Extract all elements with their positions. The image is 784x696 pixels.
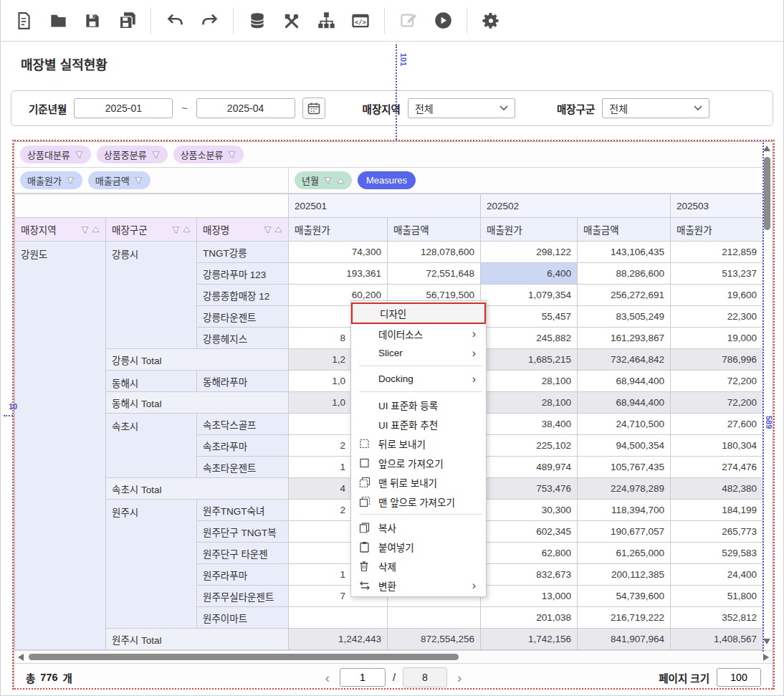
value-cell[interactable]: 200,112,385 [578,564,671,586]
column-group-header[interactable]: 202502 [481,194,671,218]
horizontal-scroll-track[interactable] [27,651,751,663]
value-cell[interactable]: 143,106,435 [578,242,671,263]
horizontal-scrollbar[interactable] [14,650,773,663]
value-cell[interactable]: 352,812 [671,607,763,629]
total-value-cell[interactable]: 872,554,256 [388,629,481,650]
store-cell[interactable]: 원주무실타운젠트 [197,586,289,607]
total-value-cell[interactable]: 1,408,567 [671,629,763,650]
store-cell[interactable]: 속초닥스골프 [197,414,289,435]
value-cell[interactable]: 298,122 [481,242,578,263]
total-value-cell[interactable]: 753,476 [481,478,578,500]
value-cell[interactable]: 265,773 [671,521,763,543]
scroll-up-icon[interactable] [763,146,770,151]
value-cell[interactable]: 88,286,600 [578,263,671,285]
total-value-cell[interactable]: 224,978,289 [578,478,671,500]
save-button[interactable] [76,5,109,37]
column-group-header[interactable]: 202501 [289,194,481,218]
value-cell[interactable]: 212,859 [671,242,763,263]
value-cell[interactable]: 225,102 [481,435,578,457]
settings-button[interactable] [474,5,507,37]
menu-item-datasource[interactable]: 데이터소스› [351,324,486,343]
vertical-scroll-thumb[interactable] [764,157,770,230]
value-cell[interactable]: 28,100 [481,371,578,392]
store-cell[interactable]: 원주라푸마 [197,564,289,586]
store-cell[interactable]: 원주단구 타운젠 [197,543,289,564]
total-row-label[interactable]: 원주시 Total [106,629,289,650]
menu-item-delete[interactable]: 삭제 [351,556,486,576]
store-cell[interactable]: 원주TNGT숙녀 [197,500,289,521]
store-cell[interactable]: 강릉타운젠트 [197,306,289,328]
value-cell[interactable]: 529,583 [671,543,763,564]
value-header[interactable]: 매출금액 [388,218,481,242]
database-button[interactable] [241,5,274,37]
store-cell[interactable]: 속초타운젠트 [197,457,289,478]
menu-item-ui-standard-register[interactable]: UI 표준화 등록 [351,395,486,414]
total-value-cell[interactable]: 1,242,443 [289,629,388,650]
value-cell[interactable]: 61,265,000 [578,543,671,564]
district-cell[interactable]: 속초시 [106,414,197,478]
total-value-cell[interactable]: 786,996 [671,349,763,371]
value-cell[interactable]: 83,505,249 [578,306,671,328]
store-cell[interactable]: 동해라푸마 [197,371,289,392]
vertical-scrollbar[interactable] [763,143,772,647]
run-button[interactable] [426,5,459,37]
total-value-cell[interactable]: 68,944,400 [578,392,671,414]
value-cell[interactable]: 128,078,600 [388,242,481,263]
field-chip[interactable]: 상품중분류 [97,146,168,163]
value-cell[interactable]: 74,300 [289,242,388,263]
value-cell[interactable]: 94,500,354 [578,435,671,457]
value-cell[interactable] [289,607,388,629]
sitemap-button[interactable] [310,5,343,37]
horizontal-scroll-thumb[interactable] [29,654,459,660]
value-cell[interactable]: 27,600 [671,414,763,435]
store-cell[interactable]: 강릉종합매장 12 [197,285,289,306]
value-cell[interactable]: 1,079,354 [481,285,578,306]
menu-item-send-backward[interactable]: 뒤로 보내기 [351,434,486,453]
value-cell[interactable]: 180,304 [671,435,763,457]
total-value-cell[interactable]: 72,200 [671,392,763,414]
row-header[interactable]: 매장지역 [15,218,106,242]
menu-item-ui-standard-recommend[interactable]: UI 표준화 추천 [351,414,486,434]
menu-item-bring-to-front[interactable]: 맨 앞으로 가져오기 [351,492,486,511]
page-size-input[interactable] [717,668,761,687]
value-cell[interactable]: 51,800 [671,586,763,607]
menu-item-bring-forward[interactable]: 앞으로 가져오기 [351,453,486,472]
field-chip[interactable]: 상품대분류 [20,146,91,163]
field-chip[interactable]: 년월 [295,171,352,189]
value-cell[interactable]: 602,345 [481,521,578,543]
value-cell[interactable]: 54,739,600 [578,586,671,607]
period-to-input[interactable] [196,98,295,118]
value-cell[interactable]: 72,200 [671,371,763,392]
scroll-left-icon[interactable] [18,654,24,661]
value-header[interactable]: 매출원가 [481,218,578,242]
next-page-icon[interactable]: › [454,671,464,685]
column-group-header[interactable]: 202503 [671,194,763,218]
value-cell[interactable]: 72,551,648 [388,263,481,285]
district-cell[interactable]: 동해시 [106,371,197,392]
redo-button[interactable] [193,5,226,37]
value-cell[interactable]: 256,272,691 [578,285,671,306]
value-cell[interactable]: 105,767,435 [578,457,671,478]
value-cell[interactable]: 161,293,867 [578,328,671,349]
menu-item-slicer[interactable]: Slicer› [351,343,486,363]
value-cell[interactable]: 24,710,500 [578,414,671,435]
value-cell[interactable]: 118,394,700 [578,500,671,521]
store-cell[interactable]: 원주단구 TNGT복 [197,521,289,543]
edit-button[interactable] [392,5,425,37]
new-document-button[interactable] [7,5,40,37]
scroll-down-icon[interactable] [763,639,770,644]
prev-page-icon[interactable]: ‹ [322,671,333,685]
store-cell[interactable]: 속초라푸마 [197,435,289,457]
value-cell[interactable]: 38,400 [481,414,578,435]
total-value-cell[interactable]: 841,907,964 [578,629,671,650]
code-editor-button[interactable]: </> [344,5,377,37]
store-cell[interactable]: 강릉헤지스 [197,328,289,349]
district-select[interactable]: 전체 [602,98,709,118]
field-chip[interactable]: 매출금액 [88,171,150,189]
undo-button[interactable] [158,5,191,37]
region-select[interactable]: 전체 [408,98,515,118]
region-cell[interactable]: 강원도 [15,242,106,650]
save-all-button[interactable] [110,5,143,37]
value-cell[interactable]: 193,361 [289,263,388,285]
value-cell[interactable]: 184,199 [671,500,763,521]
